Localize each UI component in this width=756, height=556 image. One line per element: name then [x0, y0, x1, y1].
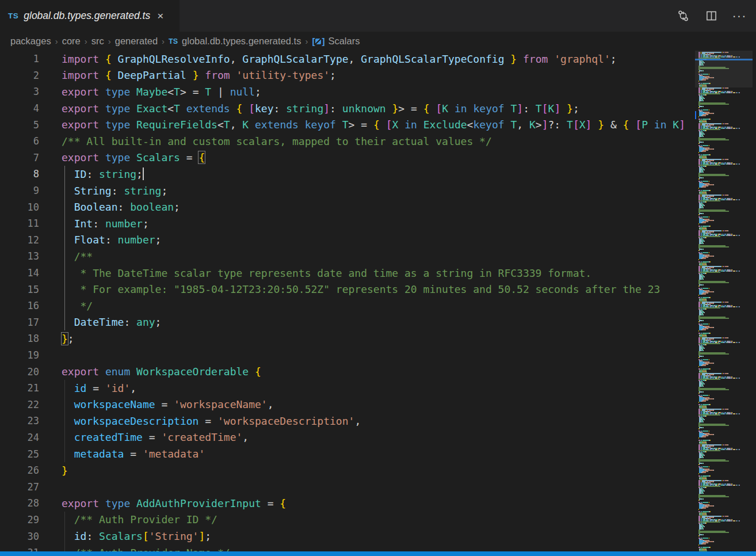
tab-bar: TS global.db.types.generated.ts × ··· [0, 0, 756, 32]
code-line[interactable]: 5export type RequireFields<T, K extends … [0, 116, 756, 133]
line-number: 28 [0, 497, 39, 509]
code-line[interactable]: 8 ID: string; [0, 166, 756, 182]
line-number: 10 [0, 201, 39, 213]
more-actions-icon[interactable]: ··· [733, 10, 746, 22]
code-line[interactable]: 23 workspaceDescription = 'workspaceDesc… [0, 413, 756, 429]
code-line[interactable]: 18}; [0, 330, 756, 347]
line-number: 21 [0, 382, 39, 394]
breadcrumb-item-packages[interactable]: packages [10, 36, 51, 47]
line-number: 11 [0, 218, 39, 229]
breadcrumb-item-file[interactable]: global.db.types.generated.ts [182, 36, 301, 47]
line-number: 20 [0, 366, 39, 378]
line-number: 14 [0, 267, 39, 279]
line-number: 13 [0, 250, 39, 262]
line-number: 1 [0, 53, 39, 64]
breadcrumb-item-src[interactable]: src [91, 36, 104, 47]
code-line[interactable]: 15 * For example: "1985-04-12T23:20:50.5… [0, 281, 756, 298]
line-number: 29 [0, 514, 39, 525]
chevron-right-icon: › [85, 36, 87, 46]
line-number: 26 [0, 464, 39, 476]
open-changes-icon[interactable] [677, 10, 689, 22]
line-number: 2 [0, 70, 39, 81]
breadcrumb-item-core[interactable]: core [62, 36, 81, 47]
code-line[interactable]: 6/** All built-in and custom scalars, ma… [0, 133, 756, 150]
code-line[interactable]: 16 */ [0, 298, 756, 314]
code-line[interactable]: 11 Int: number; [0, 215, 756, 232]
code-line[interactable]: 9 String: string; [0, 182, 756, 199]
line-number: 24 [0, 432, 39, 443]
scrollbar-gutter[interactable] [753, 51, 756, 551]
minimap-modified-marker [695, 111, 696, 119]
text-cursor [143, 167, 144, 180]
line-number: 18 [0, 333, 39, 344]
line-number: 4 [0, 102, 39, 114]
chevron-right-icon: › [162, 36, 165, 46]
line-number: 31 [0, 547, 39, 551]
typescript-file-icon: TS [169, 37, 178, 45]
line-number: 16 [0, 300, 39, 311]
breadcrumb-item-generated[interactable]: generated [115, 36, 158, 47]
line-number: 5 [0, 119, 39, 131]
chevron-right-icon: › [305, 36, 308, 46]
line-number: 23 [0, 415, 39, 426]
breadcrumb: packages › core › src › generated › TS g… [0, 32, 756, 51]
minimap[interactable] [695, 51, 753, 551]
line-number: 30 [0, 531, 39, 542]
line-number: 3 [0, 86, 39, 97]
line-number: 9 [0, 185, 39, 196]
symbol-type-icon: [] [312, 36, 324, 46]
code-line[interactable]: 20export enum WorkspaceOrderable { [0, 363, 756, 380]
editor-actions: ··· [677, 0, 756, 32]
line-number: 25 [0, 448, 39, 460]
line-number: 6 [0, 135, 39, 147]
code-line[interactable]: 1import { GraphQLResolveInfo, GraphQLSca… [0, 51, 756, 67]
typescript-file-icon: TS [8, 12, 18, 20]
line-number: 17 [0, 317, 39, 328]
code-line[interactable]: 3export type Maybe<T> = T | null; [0, 83, 756, 100]
code-line[interactable]: 26} [0, 462, 756, 479]
minimap-content [698, 52, 753, 551]
breadcrumb-item-symbol[interactable]: Scalars [328, 36, 360, 47]
code-line[interactable]: 30 id: Scalars['String']; [0, 528, 756, 544]
code-line[interactable]: 12 Float: number; [0, 232, 756, 249]
code-line[interactable]: 27 [0, 478, 756, 495]
code-line[interactable]: 14 * The DateTime scalar type represents… [0, 265, 756, 281]
code-line[interactable]: 10 Boolean: boolean; [0, 199, 756, 215]
code-line[interactable]: 31 /** Auth Provider Name */ [0, 544, 756, 551]
code-line[interactable]: 7export type Scalars = { [0, 150, 756, 166]
line-number: 8 [0, 168, 39, 180]
code-line[interactable]: 4export type Exact<T extends { [key: str… [0, 100, 756, 117]
line-number: 19 [0, 349, 39, 361]
code-line[interactable]: 21 id = 'id', [0, 380, 756, 397]
code-line[interactable]: 24 createdTime = 'createdTime', [0, 429, 756, 446]
code-line[interactable]: 28export type AddAuthProviderInput = { [0, 495, 756, 512]
tab-title: global.db.types.generated.ts [24, 10, 150, 22]
close-tab-icon[interactable]: × [157, 10, 163, 21]
line-number: 7 [0, 152, 39, 163]
code-line[interactable]: 22 workspaceName = 'workspaceName', [0, 396, 756, 413]
tab-global-db-types[interactable]: TS global.db.types.generated.ts × [0, 0, 180, 32]
code-editor[interactable]: 1import { GraphQLResolveInfo, GraphQLSca… [0, 51, 756, 551]
split-editor-icon[interactable] [705, 10, 717, 22]
status-bar-strip [0, 551, 756, 556]
line-number: 22 [0, 399, 39, 410]
line-number: 12 [0, 234, 39, 246]
code-line[interactable]: 13 /** [0, 248, 756, 265]
minimap-slider[interactable] [695, 51, 753, 87]
line-number: 27 [0, 481, 39, 493]
code-line[interactable]: 19 [0, 347, 756, 364]
minimap-cursor-line [695, 59, 753, 60]
chevron-right-icon: › [108, 36, 111, 46]
code-line[interactable]: 25 metadata = 'metadata' [0, 445, 756, 462]
code-line[interactable]: 2import { DeepPartial } from 'utility-ty… [0, 67, 756, 84]
code-area: 1import { GraphQLResolveInfo, GraphQLSca… [0, 51, 756, 551]
code-line[interactable]: 17 DateTime: any; [0, 314, 756, 331]
line-number: 15 [0, 284, 39, 295]
code-line[interactable]: 29 /** Auth Provider ID */ [0, 512, 756, 528]
chevron-right-icon: › [55, 36, 58, 46]
